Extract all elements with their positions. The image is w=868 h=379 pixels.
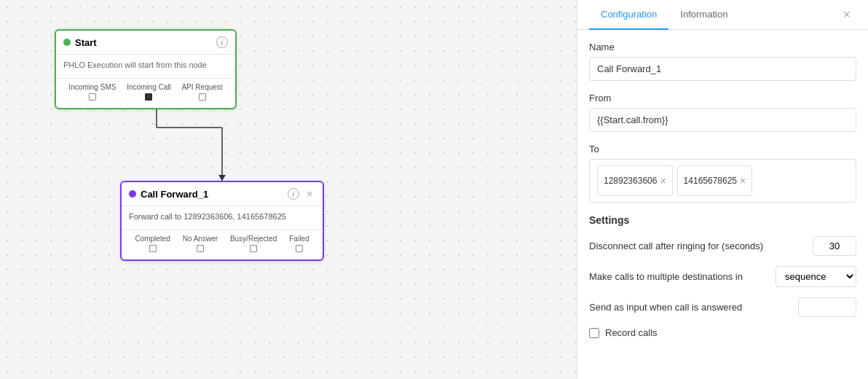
- tabs-left: Configuration Information: [589, 0, 739, 29]
- from-field-group: From: [589, 93, 856, 132]
- start-node-header: Start i: [56, 31, 235, 55]
- port-incoming-sms-dot: [89, 93, 96, 101]
- cf-node-body: Forward call to 12892363606, 14165678625: [122, 206, 323, 227]
- cf-status-dot: [129, 190, 136, 198]
- port-busy-rejected-label: Busy/Rejected: [230, 235, 277, 243]
- cf-info-icon[interactable]: i: [288, 188, 299, 200]
- to-tag-2-value: 14165678625: [684, 176, 737, 186]
- cf-node-title: Call Forward_1: [129, 189, 208, 200]
- port-no-answer-label: No Answer: [183, 235, 218, 243]
- to-tag-2-remove[interactable]: ×: [740, 176, 746, 186]
- port-completed-dot: [149, 245, 157, 252]
- cf-node-label: Call Forward_1: [141, 189, 208, 200]
- cf-node-icons: i ×: [288, 188, 315, 200]
- send-input-row: Send as input when call is answered: [589, 297, 856, 317]
- port-completed-label: Completed: [135, 235, 170, 243]
- port-busy-rejected[interactable]: Busy/Rejected: [230, 235, 277, 252]
- to-field-group: To 12892363606 × 14165678625 ×: [589, 144, 856, 203]
- panel-tabs: Configuration Information ×: [577, 0, 868, 30]
- port-incoming-sms-label: Incoming SMS: [68, 83, 116, 91]
- name-field-group: Name: [589, 42, 856, 81]
- start-info-icon[interactable]: i: [216, 36, 228, 48]
- disconnect-label: Disconnect call after ringing for (secon…: [589, 241, 807, 251]
- start-node: Start i PHLO Execution will start from t…: [55, 29, 237, 109]
- from-input[interactable]: [589, 108, 856, 132]
- tab-configuration[interactable]: Configuration: [589, 0, 668, 30]
- name-input[interactable]: [589, 57, 856, 81]
- tab-information[interactable]: Information: [668, 0, 739, 30]
- port-failed[interactable]: Failed: [289, 235, 309, 252]
- to-tag-1-remove[interactable]: ×: [660, 176, 666, 186]
- from-label: From: [589, 93, 856, 103]
- record-calls-label: Record calls: [605, 327, 658, 338]
- panel-close-button[interactable]: ×: [837, 4, 856, 26]
- right-panel: Configuration Information × Name From To…: [577, 0, 868, 379]
- to-tag-2: 14165678625 ×: [677, 165, 753, 196]
- to-tag-1: 12892363606 ×: [597, 165, 673, 196]
- send-input-field[interactable]: [798, 297, 856, 317]
- port-completed[interactable]: Completed: [135, 235, 170, 252]
- cf-node-header: Call Forward_1 i ×: [122, 182, 323, 206]
- record-calls-row: Record calls: [589, 327, 856, 338]
- start-node-ports: Incoming SMS Incoming Call API Request: [56, 78, 235, 108]
- call-forward-node: Call Forward_1 i × Forward call to 12892…: [120, 181, 324, 261]
- send-input-label: Send as input when call is answered: [589, 302, 792, 313]
- port-api-request[interactable]: API Request: [181, 83, 222, 101]
- port-incoming-sms[interactable]: Incoming SMS: [68, 83, 116, 101]
- port-no-answer-dot: [197, 245, 204, 252]
- port-failed-dot: [296, 245, 303, 252]
- record-calls-checkbox[interactable]: [589, 328, 599, 338]
- port-api-request-dot: [199, 93, 206, 101]
- canvas-area: Start i PHLO Execution will start from t…: [0, 0, 577, 379]
- port-no-answer[interactable]: No Answer: [183, 235, 218, 252]
- port-busy-rejected-dot: [250, 245, 257, 252]
- port-incoming-call-label: Incoming Call: [127, 83, 171, 91]
- start-node-body: PHLO Execution will start from this node: [56, 55, 235, 75]
- start-node-description: PHLO Execution will start from this node: [63, 60, 207, 69]
- cf-node-description: Forward call to 12892363606, 14165678625: [129, 212, 286, 221]
- svg-marker-3: [218, 175, 226, 181]
- start-node-label: Start: [75, 37, 97, 48]
- settings-group: Settings Disconnect call after ringing f…: [589, 214, 856, 338]
- start-status-dot: [63, 39, 71, 46]
- disconnect-input[interactable]: [813, 236, 856, 256]
- port-failed-label: Failed: [289, 235, 309, 243]
- start-node-title: Start: [63, 37, 97, 48]
- multiple-select[interactable]: sequence parallel: [776, 266, 856, 287]
- panel-body: Name From To 12892363606 × 14165678625 ×: [577, 30, 868, 379]
- multiple-label: Make calls to multiple destinations in: [589, 271, 770, 282]
- to-field[interactable]: 12892363606 × 14165678625 ×: [589, 159, 856, 203]
- to-label: To: [589, 144, 856, 155]
- multiple-row: Make calls to multiple destinations in s…: [589, 266, 856, 287]
- cf-close-icon[interactable]: ×: [304, 188, 315, 200]
- port-api-request-label: API Request: [181, 83, 222, 91]
- port-incoming-call-dot: [145, 93, 152, 101]
- name-label: Name: [589, 42, 856, 52]
- disconnect-row: Disconnect call after ringing for (secon…: [589, 236, 856, 256]
- cf-node-ports: Completed No Answer Busy/Rejected Failed: [122, 230, 323, 259]
- to-tag-1-value: 12892363606: [604, 176, 657, 186]
- settings-title: Settings: [589, 214, 856, 226]
- port-incoming-call[interactable]: Incoming Call: [127, 83, 171, 101]
